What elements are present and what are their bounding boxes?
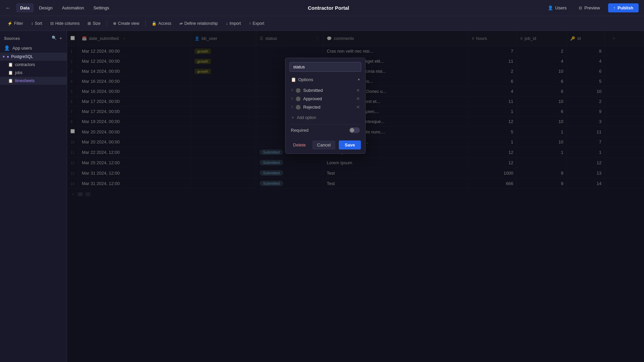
publish-icon: ↑ xyxy=(613,5,616,10)
drag-handle-icon[interactable]: ⠿ xyxy=(291,105,293,109)
export-label: Export xyxy=(253,21,264,26)
main-area: Sources 🔍 ＋ 👤 App users ▾ ● PostgreSQL 📋… xyxy=(0,31,644,362)
users-icon: 👤 xyxy=(548,5,553,10)
size-label: Size xyxy=(93,21,100,26)
nav-tab-design[interactable]: Design xyxy=(35,3,56,12)
hide-columns-icon: ⊟ xyxy=(50,21,54,26)
contractors-icon: 📋 xyxy=(8,62,13,67)
app-users-icon: 👤 xyxy=(4,45,10,51)
add-option-icon: ＋ xyxy=(291,115,295,120)
hide-columns-label: Hide columns xyxy=(55,21,80,26)
option-delete-icon[interactable]: ✕ xyxy=(356,96,360,101)
drag-handle-icon[interactable]: ⠿ xyxy=(291,88,293,92)
add-option-button[interactable]: ＋ Add option xyxy=(289,113,361,122)
filter-label: Filter xyxy=(14,21,23,26)
export-button[interactable]: ↑ Export xyxy=(246,19,268,27)
nav-tab-data[interactable]: Data xyxy=(16,3,34,12)
option-color-circle xyxy=(296,97,301,101)
sidebar-item-app-users[interactable]: 👤 App users xyxy=(0,43,67,53)
option-label: Rejected xyxy=(303,105,354,110)
toolbar-separator-2 xyxy=(145,20,146,27)
import-icon: ↓ xyxy=(226,21,228,26)
access-icon: 🔒 xyxy=(152,21,157,26)
drag-handle-icon[interactable]: ⠿ xyxy=(291,97,293,101)
sidebar-item-timesheets[interactable]: 📋 timesheets xyxy=(0,77,67,85)
sidebar-item-jobs[interactable]: 📋 jobs xyxy=(0,69,67,77)
export-icon: ↑ xyxy=(249,21,251,26)
users-button[interactable]: 👤 Users xyxy=(544,3,571,12)
create-view-button[interactable]: ⊕ Create view xyxy=(110,19,143,27)
timesheets-label: timesheets xyxy=(15,78,35,83)
import-button[interactable]: ↓ Import xyxy=(222,19,244,27)
modal-actions: Delete Cancel Save xyxy=(289,140,361,149)
sort-label: Sort xyxy=(35,21,42,26)
nav-tab-automation[interactable]: Automation xyxy=(58,3,88,12)
hide-columns-button[interactable]: ⊟ Hide columns xyxy=(47,19,83,27)
users-label: Users xyxy=(555,5,567,10)
option-row: ⠿ Rejected ✕ xyxy=(289,103,361,111)
toggle-knob xyxy=(350,128,354,132)
sidebar-item-postgresql[interactable]: ▾ ● PostgreSQL xyxy=(0,53,67,61)
option-delete-icon[interactable]: ✕ xyxy=(356,88,360,93)
field-name-input[interactable] xyxy=(289,62,361,72)
add-source-icon[interactable]: ＋ xyxy=(59,36,63,41)
option-delete-icon[interactable]: ✕ xyxy=(356,105,360,110)
filter-button[interactable]: ⚡ Filter xyxy=(4,19,26,27)
search-icon[interactable]: 🔍 xyxy=(52,36,57,41)
access-button[interactable]: 🔒 Access xyxy=(148,19,175,27)
sidebar-item-contractors[interactable]: 📋 contractors xyxy=(0,61,67,69)
nav-tabs: Data Design Automation Settings xyxy=(16,3,113,12)
import-label: Import xyxy=(229,21,241,26)
save-button[interactable]: Save xyxy=(339,140,361,149)
contractors-label: contractors xyxy=(15,62,35,67)
sort-icon: ↕ xyxy=(31,21,33,26)
db-label: PostgreSQL xyxy=(11,54,33,59)
create-view-label: Create view xyxy=(118,21,139,26)
options-list: ⠿ Submitted ✕ ⠿ Approved ✕ ⠿ Rejected ✕ xyxy=(289,86,361,111)
back-button[interactable]: ← xyxy=(5,5,11,11)
size-button[interactable]: ⊞ Size xyxy=(84,19,104,27)
option-label: Submitted xyxy=(303,88,354,93)
option-row: ⠿ Approved ✕ xyxy=(289,95,361,103)
jobs-icon: 📋 xyxy=(8,70,13,75)
define-relationship-button[interactable]: ⇌ Define relationship xyxy=(176,19,221,27)
db-icon: ● xyxy=(7,54,9,59)
toolbar-separator-1 xyxy=(107,20,107,27)
jobs-label: jobs xyxy=(15,70,22,75)
top-nav: ← Data Design Automation Settings Contra… xyxy=(0,0,644,16)
modal-overlay: 📋 Options ▾ ⠿ Submitted ✕ ⠿ Approved ✕ ⠿… xyxy=(67,31,644,362)
nav-tab-settings[interactable]: Settings xyxy=(89,3,113,12)
options-section-header[interactable]: 📋 Options ▾ xyxy=(289,75,361,84)
app-users-label: App users xyxy=(12,46,32,51)
preview-icon: ⊙ xyxy=(579,5,582,10)
db-expand-icon: ▾ xyxy=(3,54,5,59)
add-option-label: Add option xyxy=(297,115,316,120)
option-row: ⠿ Submitted ✕ xyxy=(289,86,361,95)
timesheets-icon: 📋 xyxy=(8,78,13,83)
required-label: Required xyxy=(291,128,309,133)
app-title: Contractor Portal xyxy=(116,5,541,11)
sources-label: Sources 🔍 ＋ xyxy=(0,34,67,43)
delete-button[interactable]: Delete xyxy=(290,140,309,149)
define-relationship-label: Define relationship xyxy=(184,21,218,26)
option-color-circle xyxy=(296,88,301,93)
option-color-circle xyxy=(296,105,301,110)
access-label: Access xyxy=(158,21,171,26)
required-toggle[interactable] xyxy=(349,127,360,133)
sort-button[interactable]: ↕ Sort xyxy=(28,19,46,27)
cancel-button[interactable]: Cancel xyxy=(312,140,335,149)
publish-button[interactable]: ↑ Publish xyxy=(608,3,639,12)
sidebar: Sources 🔍 ＋ 👤 App users ▾ ● PostgreSQL 📋… xyxy=(0,31,67,362)
right-actions: 👤 Users ⊙ Preview ↑ Publish xyxy=(544,3,639,12)
define-relationship-icon: ⇌ xyxy=(179,21,183,26)
table-area: 📅 date_submitted ＋ 👤 bb_user ☰ xyxy=(67,31,644,362)
preview-button[interactable]: ⊙ Preview xyxy=(575,3,604,12)
toolbar: ⚡ Filter ↕ Sort ⊟ Hide columns ⊞ Size ⊕ … xyxy=(0,16,644,31)
options-chevron-icon: ▾ xyxy=(358,77,360,82)
create-view-icon: ⊕ xyxy=(113,21,116,26)
filter-icon: ⚡ xyxy=(7,21,12,26)
field-editor-modal: 📋 Options ▾ ⠿ Submitted ✕ ⠿ Approved ✕ ⠿… xyxy=(285,58,366,154)
size-icon: ⊞ xyxy=(88,21,91,26)
required-row: Required xyxy=(289,124,361,136)
publish-label: Publish xyxy=(618,5,633,10)
